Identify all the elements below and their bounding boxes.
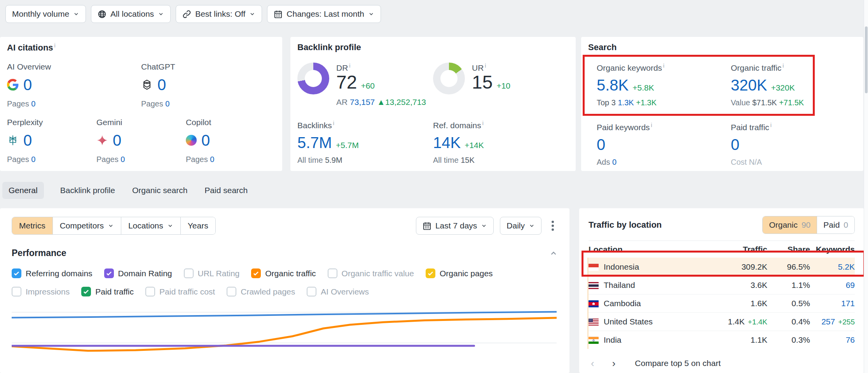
date-range-dropdown[interactable]: Last 7 days: [416, 217, 494, 235]
traffic-value-delta: +71.5K: [779, 98, 804, 107]
checkbox-referring-domains[interactable]: Referring domains: [12, 268, 93, 278]
ref-domains-value[interactable]: 14K+14K: [433, 135, 569, 150]
info-icon[interactable]: i: [770, 122, 772, 128]
pages-count-link[interactable]: 0: [31, 99, 35, 108]
info-icon[interactable]: i: [349, 63, 350, 69]
performance-line-chart[interactable]: [12, 308, 557, 373]
tab-paid-search[interactable]: Paid search: [204, 182, 248, 199]
volume-filter-dropdown[interactable]: Monthly volume: [5, 5, 86, 23]
granularity-dropdown[interactable]: Daily: [500, 217, 541, 235]
checkbox-domain-rating[interactable]: Domain Rating: [104, 268, 172, 278]
best-links-filter-dropdown[interactable]: Best links: Off: [176, 5, 262, 23]
pages-count-link[interactable]: 0: [121, 155, 125, 164]
dr-value: 72: [336, 72, 357, 92]
table-row-indonesia[interactable]: Indonesia 309.2K 96.5% 5.2K: [589, 258, 855, 276]
calendar-icon: [274, 10, 283, 19]
paid-keywords-value[interactable]: 0: [597, 137, 722, 152]
keywords-link[interactable]: 171: [810, 299, 855, 308]
backlinks-value[interactable]: 5.7M+5.7M: [297, 135, 433, 150]
pages-count-link[interactable]: 0: [165, 99, 169, 108]
checkbox-box[interactable]: [12, 268, 21, 278]
checkbox-box[interactable]: [328, 268, 337, 278]
copilot-icon: [186, 135, 197, 146]
info-icon[interactable]: i: [485, 63, 486, 69]
checkbox-box[interactable]: [12, 287, 21, 296]
checkbox-box[interactable]: [184, 268, 194, 278]
info-icon[interactable]: i: [782, 63, 784, 69]
vertical-scrollbar[interactable]: [864, 0, 868, 373]
table-row-cambodia[interactable]: Cambodia 1.6K 0.5% 171: [589, 294, 855, 312]
backlink-profile-title: Backlink profile: [297, 42, 569, 52]
ar-value-link[interactable]: 73,157: [350, 98, 375, 106]
checkbox-box[interactable]: [251, 268, 261, 278]
toggle-paid[interactable]: Paid0: [817, 216, 854, 234]
checkbox-url-rating[interactable]: URL Rating: [184, 268, 240, 278]
ar-delta: ▲13,252,713: [377, 98, 426, 106]
changes-filter-dropdown[interactable]: Changes: Last month: [267, 5, 381, 23]
organic-count: 90: [802, 220, 810, 230]
segment-metrics[interactable]: Metrics: [12, 217, 52, 234]
more-options-kebab-icon[interactable]: [548, 218, 558, 234]
paid-traffic-value[interactable]: 0: [731, 137, 856, 152]
toggle-organic[interactable]: Organic90: [763, 216, 817, 234]
volume-filter-label: Monthly volume: [12, 9, 69, 19]
checkbox-box[interactable]: [81, 287, 91, 296]
tab-general[interactable]: General: [2, 182, 44, 199]
tab-backlink-profile[interactable]: Backlink profile: [59, 182, 116, 199]
checkbox-box[interactable]: [104, 268, 114, 278]
metric-checkbox-group: Referring domains Domain Rating URL Rati…: [12, 268, 558, 296]
dr-label: DRi: [336, 63, 426, 73]
table-row-thailand[interactable]: Thailand 3.6K 1.1% 69: [589, 276, 855, 294]
checkbox-impressions[interactable]: Impressions: [12, 287, 70, 296]
ai-overview-metric: AI Overview 0 Pages 0: [7, 62, 141, 108]
perplexity-pages: Pages 0: [7, 155, 96, 164]
organic-keywords-delta: +5.8K: [632, 83, 654, 92]
segment-years[interactable]: Years: [180, 217, 215, 234]
scrollbar-thumb[interactable]: [865, 26, 868, 93]
checkbox-ai-overviews[interactable]: AI Overviews: [307, 287, 369, 296]
segment-competitors[interactable]: Competitors: [52, 217, 121, 234]
segment-locations[interactable]: Locations: [121, 217, 180, 234]
checkbox-paid-traffic[interactable]: Paid traffic: [81, 287, 134, 296]
keywords-link[interactable]: 257: [821, 317, 835, 326]
organic-keywords-metric: Organic keywordsi 5.8K+5.8K Top 3 1.3K +…: [588, 63, 722, 107]
checkbox-crawled-pages[interactable]: Crawled pages: [227, 287, 295, 296]
pages-count-link[interactable]: 0: [31, 155, 35, 164]
info-icon[interactable]: i: [663, 63, 664, 69]
flag-thailand: [589, 282, 599, 289]
tab-organic-search[interactable]: Organic search: [131, 182, 188, 199]
info-icon[interactable]: i: [482, 120, 484, 126]
info-icon[interactable]: i: [333, 120, 334, 126]
checkbox-box[interactable]: [307, 287, 316, 296]
info-icon[interactable]: i: [54, 42, 56, 49]
keywords-link[interactable]: 5.2K: [810, 262, 855, 272]
cost-line: Cost N/A: [731, 158, 856, 167]
backlink-profile-card: Backlink profile DRi 72+60 AR 73,157 ▲13…: [290, 37, 576, 171]
checkbox-organic-pages[interactable]: Organic pages: [426, 268, 493, 278]
ai-citations-row-1: AI Overview 0 Pages 0 ChatGPT 0 Page: [7, 62, 275, 108]
pages-count-link[interactable]: 0: [210, 155, 214, 164]
table-row-india[interactable]: India 1.1K 0.3% 76: [589, 331, 855, 349]
checkbox-organic-traffic-value[interactable]: Organic traffic value: [328, 268, 414, 278]
keywords-link[interactable]: 69: [810, 281, 855, 290]
checkbox-box[interactable]: [145, 287, 155, 296]
collapse-chevron-up-icon[interactable]: [549, 249, 558, 258]
next-page-chevron-icon[interactable]: ›: [610, 358, 618, 368]
previous-page-chevron-icon[interactable]: ‹: [589, 358, 597, 368]
dr-delta: +60: [361, 81, 375, 90]
organic-traffic-value[interactable]: 320K+320K: [731, 77, 856, 93]
checkbox-box[interactable]: [426, 268, 435, 278]
top3-value-link[interactable]: 1.3K: [618, 98, 634, 107]
checkbox-organic-traffic[interactable]: Organic traffic: [251, 268, 316, 278]
compare-top5-link[interactable]: Compare top 5 on chart: [635, 359, 721, 368]
locations-filter-dropdown[interactable]: All locations: [91, 5, 171, 23]
checkbox-box[interactable]: [227, 287, 236, 296]
location-table-body: Indonesia 309.2K 96.5% 5.2K Thailand 3.6…: [587, 258, 855, 349]
ads-count-link[interactable]: 0: [612, 158, 617, 166]
keywords-link[interactable]: 76: [810, 335, 855, 345]
organic-keywords-value[interactable]: 5.8K+5.8K: [597, 77, 722, 93]
checkbox-paid-traffic-cost[interactable]: Paid traffic cost: [145, 287, 215, 296]
info-icon[interactable]: i: [651, 122, 652, 128]
flag-cambodia: [589, 300, 599, 307]
table-row-united-states[interactable]: United States 1.4K+1.4K 0.4% 257+255: [589, 312, 855, 331]
